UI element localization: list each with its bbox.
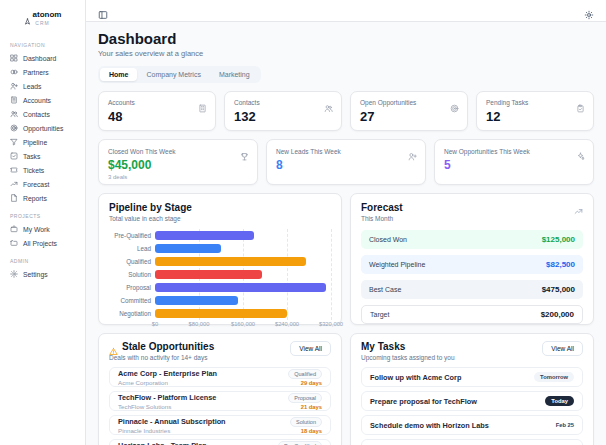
logo-text: atonom (33, 10, 62, 19)
bar-negotiation (155, 309, 287, 318)
sidebar-item-my-work[interactable]: My Work (0, 222, 85, 236)
forecast-row-best-case: Best Case $475,000 (361, 280, 583, 299)
forecast-subtitle: This Month (361, 215, 403, 222)
sidebar-section-projects: Projects (0, 205, 85, 222)
sidebar-item-all-projects[interactable]: All Projects (0, 236, 85, 250)
due-badge: Tomorrow (534, 372, 574, 382)
opportunity-item[interactable]: Pinnacle - Annual Subscription Pinnacle … (109, 415, 331, 435)
user-plus-icon (10, 82, 18, 90)
week-stats-row: Closed Won This Week $45,000 3 deals New… (98, 139, 594, 185)
user-plus-icon (408, 147, 417, 156)
sidebar-item-contacts[interactable]: Contacts (0, 107, 85, 121)
sidebar: atonom CRM Navigation Dashboard Partners… (0, 0, 86, 445)
tab-home[interactable]: Home (100, 68, 137, 81)
forecast-row-closed-won: Closed Won $125,000 (361, 230, 583, 249)
task-item[interactable]: Prepare proposal for TechFlow Today (361, 391, 583, 411)
bar-proposal (155, 283, 326, 292)
sidebar-item-opportunities[interactable]: Opportunities (0, 121, 85, 135)
stage-badge: Solution (290, 417, 322, 427)
chart-title: Pipeline by Stage (109, 202, 192, 213)
stat-card-new-opportunities-week[interactable]: New Opportunities This Week 5 (434, 139, 594, 185)
bottom-row: Stale Opportunities Deals with no activi… (98, 333, 594, 445)
main-area: Dashboard Your sales overview at a glanc… (86, 0, 606, 445)
opportunity-item[interactable]: Acme Corp - Enterprise Plan Acme Corpora… (109, 367, 331, 387)
sidebar-item-dashboard[interactable]: Dashboard (0, 51, 85, 65)
grid-icon (10, 54, 18, 62)
stats-row: Accounts 48 Contacts 132 Open Opportunit… (98, 91, 594, 131)
task-item[interactable]: Schedule demo with Horizon Labs Feb 25 (361, 415, 583, 435)
sidebar-item-tasks[interactable]: Tasks (0, 149, 85, 163)
stage-badge: Proposal (288, 393, 322, 403)
forecast-card: Forecast This Month Closed Won $125,000 … (350, 193, 594, 325)
check-square-icon (10, 152, 18, 160)
tab-marketing[interactable]: Marketing (210, 68, 259, 81)
target-icon (450, 99, 459, 108)
bar-qualified (155, 257, 306, 266)
stale-view-all-button[interactable]: View All (290, 341, 331, 356)
sidebar-item-partners[interactable]: Partners (0, 65, 85, 79)
dashboard-tabs: Home Company Metrics Marketing (98, 66, 261, 83)
forecast-title: Forecast (361, 202, 403, 213)
due-badge: Feb 25 (556, 422, 574, 428)
forecast-row-target: Target $200,000 (361, 305, 583, 324)
logo-icon (24, 11, 31, 18)
page-subtitle: Your sales overview at a glance (98, 49, 594, 58)
stat-card-new-leads-week[interactable]: New Leads This Week 8 (266, 139, 426, 185)
logo-subtext: CRM (0, 20, 85, 26)
mid-row: Pipeline by Stage Total value in each st… (98, 193, 594, 325)
opportunity-item[interactable]: Horizon Labs - Team Plan Horizon Labs Pr… (109, 439, 331, 445)
sidebar-item-leads[interactable]: Leads (0, 79, 85, 93)
sidebar-item-pipeline[interactable]: Pipeline (0, 135, 85, 149)
stat-card-closed-won-week[interactable]: Closed Won This Week $45,000 3 deals (98, 139, 258, 185)
forecast-rows: Closed Won $125,000 Weighted Pipeline $8… (361, 230, 583, 324)
theme-toggle-icon[interactable] (584, 6, 594, 16)
gridline (331, 229, 332, 320)
page-title: Dashboard (98, 30, 594, 47)
building-icon (198, 99, 207, 108)
stale-days: 18 days (301, 428, 322, 434)
stage-badge: Qualified (288, 369, 322, 379)
sidebar-item-settings[interactable]: Settings (0, 267, 85, 281)
deals-count: 3 deals (108, 174, 248, 180)
stale-title: Stale Opportunities (122, 341, 214, 352)
tab-company-metrics[interactable]: Company Metrics (137, 68, 209, 81)
logo: atonom CRM (0, 8, 85, 34)
tasks-list: Follow up with Acme Corp Tomorrow Prepar… (361, 367, 583, 445)
bar-chart: Pre-Qualified Lead Qualified Solution Pr… (109, 229, 331, 331)
sidebar-item-accounts[interactable]: Accounts (0, 93, 85, 107)
clipboard-check-icon (576, 99, 585, 108)
opportunity-item[interactable]: TechFlow - Platform License TechFlow Sol… (109, 391, 331, 411)
stat-card-accounts[interactable]: Accounts 48 (98, 91, 216, 131)
folder-icon (10, 239, 18, 247)
target-icon (10, 124, 18, 132)
bar-lead (155, 244, 221, 253)
pipeline-by-stage-card: Pipeline by Stage Total value in each st… (98, 193, 342, 325)
building-icon (10, 96, 18, 104)
sidebar-item-forecast[interactable]: Forecast (0, 177, 85, 191)
tasks-title: My Tasks (361, 341, 455, 352)
stat-card-pending-tasks[interactable]: Pending Tasks 12 (476, 91, 594, 131)
sidebar-section-admin: Admin (0, 250, 85, 267)
stale-subtitle: Deals with no activity for 14+ days (109, 354, 214, 361)
stat-card-open-opportunities[interactable]: Open Opportunities 27 (350, 91, 468, 131)
trend-up-icon (574, 202, 583, 211)
chart-subtitle: Total value in each stage (109, 215, 192, 222)
funnel-icon (10, 138, 18, 146)
trophy-icon (240, 147, 249, 156)
forecast-row-weighted-pipeline: Weighted Pipeline $82,500 (361, 255, 583, 274)
stage-badge: Pre-Qualified (278, 441, 322, 445)
sidebar-item-reports[interactable]: Reports (0, 191, 85, 205)
tasks-view-all-button[interactable]: View All (542, 341, 583, 356)
topbar (86, 0, 606, 22)
sidebar-item-tickets[interactable]: Tickets (0, 163, 85, 177)
task-item[interactable]: Review contract terms - Pinnacle Feb 27 (361, 439, 583, 445)
tasks-subtitle: Upcoming tasks assigned to you (361, 354, 455, 361)
task-item[interactable]: Follow up with Acme Corp Tomorrow (361, 367, 583, 387)
stat-card-contacts[interactable]: Contacts 132 (224, 91, 342, 131)
sidebar-toggle-icon[interactable] (98, 6, 108, 16)
stale-opportunities-card: Stale Opportunities Deals with no activi… (98, 333, 342, 445)
bar-pre-qualified (155, 231, 254, 240)
file-icon (10, 194, 18, 202)
stale-list: Acme Corp - Enterprise Plan Acme Corpora… (109, 367, 331, 445)
users-icon (10, 110, 18, 118)
